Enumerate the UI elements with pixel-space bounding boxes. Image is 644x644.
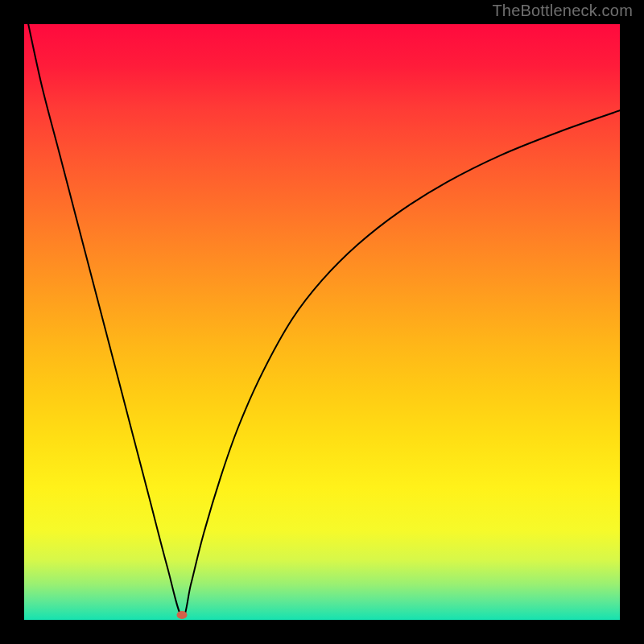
plot-area xyxy=(24,24,620,620)
bottleneck-curve xyxy=(28,24,620,617)
watermark-text: TheBottleneck.com xyxy=(492,2,633,20)
chart-frame: TheBottleneck.com xyxy=(0,0,644,644)
minimum-marker xyxy=(177,611,188,619)
curve-svg xyxy=(24,24,620,620)
